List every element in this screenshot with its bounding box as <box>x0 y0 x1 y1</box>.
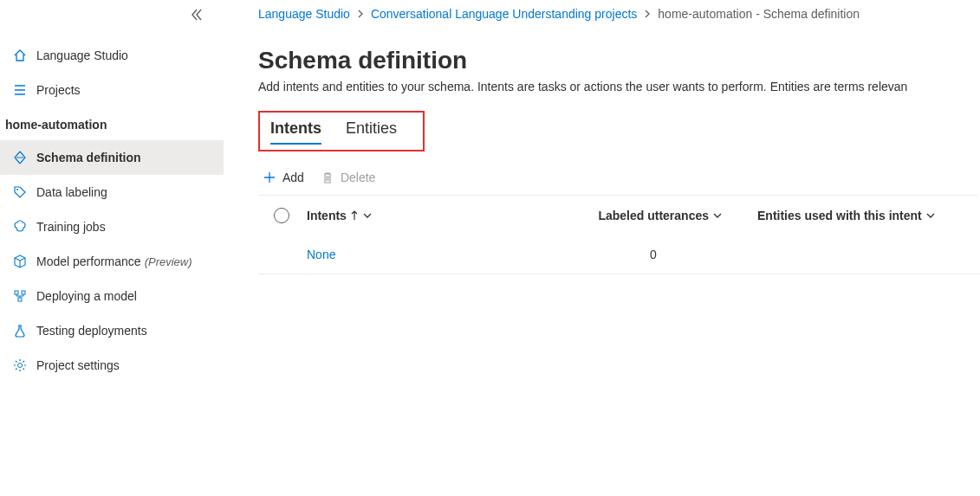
list-icon <box>12 82 28 98</box>
trash-icon <box>321 171 334 184</box>
delete-button: Delete <box>321 171 375 184</box>
nav-label: Testing deployments <box>36 324 147 338</box>
home-icon <box>12 48 28 63</box>
svg-rect-3 <box>18 298 22 301</box>
breadcrumb: Language Studio Conversational Language … <box>258 7 980 21</box>
project-name: home-automation <box>0 107 224 140</box>
chevron-right-icon <box>357 10 364 18</box>
nav-language-studio[interactable]: Language Studio <box>0 38 224 73</box>
chevron-right-icon <box>644 10 651 18</box>
chevron-double-left-icon <box>191 9 203 21</box>
svg-point-0 <box>16 189 18 190</box>
svg-rect-2 <box>22 291 25 294</box>
nav-label: Language Studio <box>36 48 128 62</box>
cube-icon <box>12 254 28 269</box>
intent-link[interactable]: None <box>307 248 584 261</box>
nav-label: Project settings <box>36 358 120 372</box>
column-labeled-utterances[interactable]: Labeled utterances <box>584 209 757 222</box>
schema-icon <box>12 150 28 165</box>
tabs-highlight-box: Intents Entities <box>258 111 425 151</box>
tabs: Intents Entities <box>270 119 397 145</box>
breadcrumb-link[interactable]: Language Studio <box>258 7 350 21</box>
add-label: Add <box>282 171 304 184</box>
nav-label: Model performance <box>36 254 141 268</box>
nav-projects[interactable]: Projects <box>0 73 224 107</box>
collapse-sidebar-button[interactable] <box>191 9 203 21</box>
nav-data-labeling[interactable]: Data labeling <box>0 175 224 209</box>
utterance-count: 0 <box>584 248 757 261</box>
breadcrumb-link[interactable]: Conversational Language Understanding pr… <box>371 7 637 21</box>
gear-icon <box>12 358 28 373</box>
svg-point-4 <box>18 364 23 368</box>
page-title: Schema definition <box>258 47 980 74</box>
nav-testing-deployments[interactable]: Testing deployments <box>0 313 224 348</box>
nav-model-performance[interactable]: Model performance (Preview) <box>0 244 224 279</box>
sort-asc-icon <box>350 210 359 221</box>
nav-label: Deploying a model <box>36 289 137 303</box>
select-all-checkbox[interactable] <box>274 208 289 223</box>
delete-label: Delete <box>341 171 375 184</box>
toolbar: Add Delete <box>258 171 978 196</box>
main-content: Language Studio Conversational Language … <box>224 0 980 496</box>
nav-training-jobs[interactable]: Training jobs <box>0 209 224 244</box>
nav-label: Schema definition <box>36 151 141 164</box>
nav-deploying-model[interactable]: Deploying a model <box>0 279 224 313</box>
tab-intents[interactable]: Intents <box>270 119 321 145</box>
nav-label: Training jobs <box>36 220 106 234</box>
chevron-down-icon <box>712 212 723 219</box>
preview-tag: (Preview) <box>145 255 192 268</box>
nav-label: Projects <box>36 83 81 97</box>
page-description: Add intents and entities to your schema.… <box>258 80 980 93</box>
chevron-down-icon <box>925 212 936 219</box>
table-header: Intents Labeled utterances Entities used… <box>258 196 980 235</box>
table-row: None 0 <box>258 235 980 274</box>
flask-icon <box>12 323 28 338</box>
brain-icon <box>12 219 28 235</box>
add-button[interactable]: Add <box>263 171 304 184</box>
chevron-down-icon <box>362 212 373 219</box>
plus-icon <box>263 171 276 184</box>
tag-icon <box>12 184 28 200</box>
tab-entities[interactable]: Entities <box>346 119 397 145</box>
sidebar: Language Studio Projects home-automation… <box>0 0 224 496</box>
breadcrumb-current: home-automation - Schema definition <box>658 7 860 21</box>
deploy-icon <box>12 288 28 304</box>
column-intents[interactable]: Intents <box>307 209 584 222</box>
column-entities-used[interactable]: Entities used with this intent <box>757 209 980 222</box>
nav-schema-definition[interactable]: Schema definition <box>0 140 224 175</box>
nav-label: Data labeling <box>36 185 107 199</box>
svg-rect-1 <box>15 291 18 294</box>
nav-project-settings[interactable]: Project settings <box>0 348 224 383</box>
